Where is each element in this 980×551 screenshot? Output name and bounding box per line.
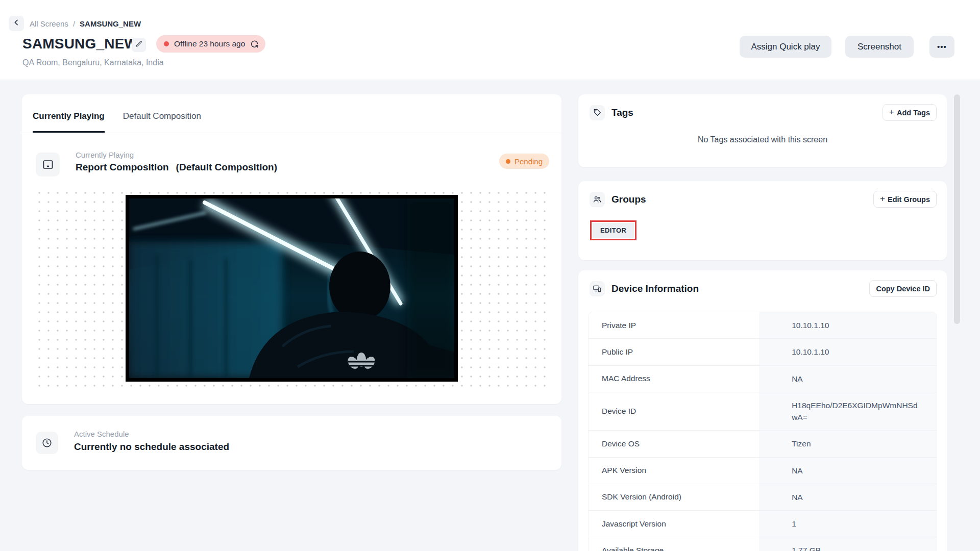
copy-device-id-label: Copy Device ID bbox=[876, 285, 930, 293]
table-row: APK VersionNA bbox=[589, 458, 937, 484]
tags-empty-message: No Tags associated with this screen bbox=[578, 135, 947, 144]
row-label: Javascript Version bbox=[589, 511, 759, 537]
page-header: All Screens / SAMSUNG_NEW SAMSUNG_NEW Of… bbox=[0, 0, 980, 80]
breadcrumb-current: SAMSUNG_NEW bbox=[80, 19, 141, 28]
table-row: Available Storage1.77 GB bbox=[589, 537, 937, 551]
tab-currently-playing[interactable]: Currently Playing bbox=[33, 102, 105, 133]
add-tags-label: Add Tags bbox=[897, 109, 930, 117]
tab-default-composition[interactable]: Default Composition bbox=[123, 102, 201, 133]
groups-card: Groups + Edit Groups EDITOR bbox=[578, 181, 947, 260]
screen-play-icon bbox=[36, 153, 60, 177]
row-value: NA bbox=[759, 366, 937, 392]
back-button[interactable] bbox=[9, 16, 24, 31]
row-label: Private IP bbox=[589, 312, 759, 338]
page-title: SAMSUNG_NEW bbox=[22, 36, 138, 52]
groups-card-header: Groups + Edit Groups bbox=[578, 181, 947, 208]
row-label: Public IP bbox=[589, 339, 759, 365]
pending-status-label: Pending bbox=[514, 157, 543, 166]
row-label: Available Storage bbox=[589, 537, 759, 551]
copy-device-id-button[interactable]: Copy Device ID bbox=[869, 280, 937, 297]
table-row: Javascript Version1 bbox=[589, 511, 937, 537]
group-chip-editor: EDITOR bbox=[593, 223, 634, 238]
row-value: Tizen bbox=[759, 431, 937, 457]
add-tags-button[interactable]: + Add Tags bbox=[883, 104, 937, 121]
row-label: Device ID bbox=[589, 392, 759, 431]
composition-subtitle: (Default Composition) bbox=[176, 162, 277, 173]
pencil-icon bbox=[135, 40, 142, 49]
table-row: Public IP10.10.1.10 bbox=[589, 339, 937, 365]
edit-screen-name-button[interactable] bbox=[132, 38, 146, 52]
tag-icon bbox=[590, 105, 605, 120]
tags-card-title: Tags bbox=[611, 107, 633, 118]
table-row: MAC AddressNA bbox=[589, 366, 937, 392]
offline-dot-icon bbox=[164, 41, 169, 46]
table-row: Private IP10.10.1.10 bbox=[589, 312, 937, 339]
groups-card-title: Groups bbox=[611, 194, 646, 205]
tags-card-header: Tags + Add Tags bbox=[578, 94, 947, 121]
devices-icon bbox=[590, 281, 605, 296]
row-value: H18qEEho/D2E6XGIDMpWmNHSdwA= bbox=[759, 392, 937, 431]
clock-icon bbox=[36, 432, 58, 454]
vertical-scrollbar[interactable] bbox=[954, 94, 960, 324]
screen-location: QA Room, Bengaluru, Karnataka, India bbox=[22, 58, 164, 67]
more-actions-button[interactable]: ••• bbox=[929, 36, 954, 58]
plus-icon: + bbox=[880, 194, 885, 204]
row-label: Device OS bbox=[589, 431, 759, 457]
device-information-card: Device Information Copy Device ID Privat… bbox=[578, 270, 947, 551]
edit-groups-button[interactable]: + Edit Groups bbox=[873, 191, 937, 208]
row-label: APK Version bbox=[589, 458, 759, 484]
row-value: 1.77 GB bbox=[759, 537, 937, 551]
table-row: SDK Version (Android)NA bbox=[589, 484, 937, 511]
edit-groups-label: Edit Groups bbox=[888, 195, 930, 204]
currently-playing-card: Currently Playing Default Composition Cu… bbox=[22, 94, 561, 404]
row-value: NA bbox=[759, 484, 937, 510]
device-info-table: Private IP10.10.1.10 Public IP10.10.1.10… bbox=[588, 312, 937, 551]
status-badge: Offline 23 hours ago bbox=[156, 35, 265, 53]
active-schedule-label: Active Schedule bbox=[74, 430, 129, 438]
refresh-status-button[interactable] bbox=[250, 40, 259, 48]
tags-card: Tags + Add Tags No Tags associated with … bbox=[578, 94, 947, 167]
groups-icon bbox=[590, 192, 605, 207]
table-row: Device OSTizen bbox=[589, 431, 937, 457]
refresh-icon bbox=[250, 40, 259, 48]
screenshot-button[interactable]: Screenshot bbox=[845, 36, 914, 58]
plus-icon: + bbox=[889, 107, 894, 117]
group-chip-highlight: EDITOR bbox=[590, 220, 636, 240]
device-card-title: Device Information bbox=[611, 283, 699, 294]
breadcrumb: All Screens / SAMSUNG_NEW bbox=[30, 19, 141, 28]
pending-dot-icon bbox=[506, 159, 510, 164]
row-value: 10.10.1.10 bbox=[759, 312, 937, 338]
row-value: 1 bbox=[759, 511, 937, 537]
row-label: SDK Version (Android) bbox=[589, 484, 759, 510]
status-badge-label: Offline 23 hours ago bbox=[174, 39, 245, 48]
table-row: Device IDH18qEEho/D2E6XGIDMpWmNHSdwA= bbox=[589, 392, 937, 431]
pending-status-badge: Pending bbox=[499, 154, 549, 169]
row-value: NA bbox=[759, 458, 937, 484]
now-playing-title-row: Report Composition (Default Composition) bbox=[76, 162, 277, 173]
chevron-left-icon bbox=[12, 18, 20, 29]
preview-canvas bbox=[32, 185, 552, 391]
player-tabs: Currently Playing Default Composition bbox=[22, 94, 561, 133]
active-schedule-message: Currently no schedule associated bbox=[74, 441, 229, 453]
composition-title: Report Composition bbox=[76, 162, 169, 173]
now-playing-label: Currently Playing bbox=[76, 151, 134, 159]
breadcrumb-all-screens[interactable]: All Screens bbox=[30, 19, 68, 28]
video-preview-thumbnail bbox=[126, 195, 458, 382]
device-card-header: Device Information Copy Device ID bbox=[578, 270, 947, 297]
video-still-image bbox=[129, 198, 454, 378]
breadcrumb-separator: / bbox=[73, 19, 75, 28]
active-schedule-card: Active Schedule Currently no schedule as… bbox=[22, 416, 561, 470]
assign-quick-play-button[interactable]: Assign Quick play bbox=[740, 36, 831, 58]
row-label: MAC Address bbox=[589, 366, 759, 392]
row-value: 10.10.1.10 bbox=[759, 339, 937, 365]
now-playing-row: Currently Playing Report Composition (De… bbox=[33, 151, 551, 179]
